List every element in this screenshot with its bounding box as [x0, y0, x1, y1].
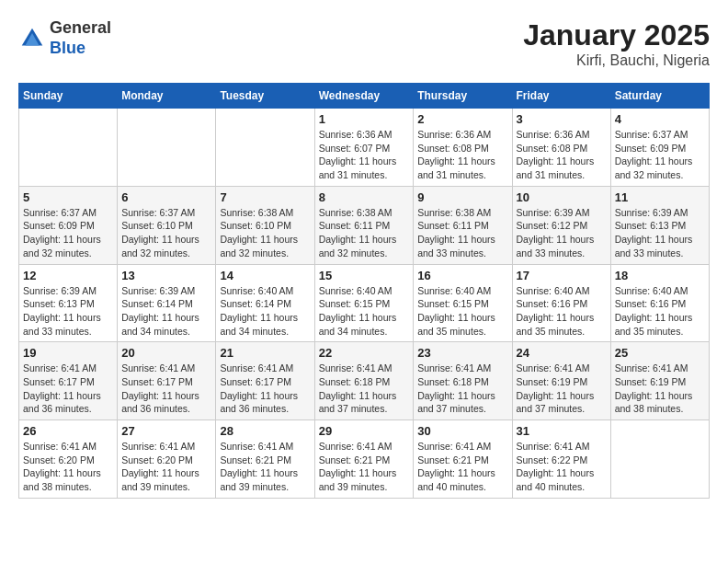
- day-number: 12: [23, 269, 113, 282]
- calendar-cell: 25Sunrise: 6:41 AMSunset: 6:19 PMDayligh…: [610, 342, 709, 420]
- weekday-header-row: SundayMondayTuesdayWednesdayThursdayFrid…: [19, 84, 710, 109]
- cell-info: Sunrise: 6:38 AMSunset: 6:10 PMDaylight:…: [220, 207, 298, 259]
- logo-icon: [18, 25, 46, 52]
- cell-info: Sunrise: 6:37 AMSunset: 6:09 PMDaylight:…: [615, 129, 693, 180]
- cell-info: Sunrise: 6:36 AMSunset: 6:08 PMDaylight:…: [517, 129, 595, 180]
- calendar-cell: 17Sunrise: 6:40 AMSunset: 6:16 PMDayligh…: [512, 264, 610, 342]
- cell-info: Sunrise: 6:40 AMSunset: 6:16 PMDaylight:…: [615, 285, 693, 337]
- day-number: 26: [23, 424, 113, 438]
- day-number: 29: [319, 424, 410, 438]
- calendar-table: SundayMondayTuesdayWednesdayThursdayFrid…: [18, 83, 710, 499]
- calendar-cell: 5Sunrise: 6:37 AMSunset: 6:09 PMDaylight…: [19, 186, 118, 264]
- calendar-cell: 29Sunrise: 6:41 AMSunset: 6:21 PMDayligh…: [314, 420, 414, 499]
- cell-info: Sunrise: 6:40 AMSunset: 6:16 PMDaylight:…: [517, 285, 595, 337]
- calendar-week-4: 19Sunrise: 6:41 AMSunset: 6:17 PMDayligh…: [19, 342, 710, 420]
- weekday-header-saturday: Saturday: [610, 84, 709, 109]
- calendar-cell: 22Sunrise: 6:41 AMSunset: 6:18 PMDayligh…: [314, 342, 414, 420]
- calendar-cell: 4Sunrise: 6:37 AMSunset: 6:09 PMDaylight…: [610, 109, 709, 187]
- calendar-cell: 26Sunrise: 6:41 AMSunset: 6:20 PMDayligh…: [19, 420, 118, 499]
- calendar-cell: 12Sunrise: 6:39 AMSunset: 6:13 PMDayligh…: [19, 264, 118, 342]
- cell-info: Sunrise: 6:41 AMSunset: 6:21 PMDaylight:…: [319, 441, 397, 492]
- day-number: 23: [417, 346, 507, 360]
- calendar-cell: 6Sunrise: 6:37 AMSunset: 6:10 PMDaylight…: [118, 186, 216, 264]
- weekday-header-thursday: Thursday: [414, 84, 512, 109]
- day-number: 22: [319, 346, 410, 360]
- cell-info: Sunrise: 6:36 AMSunset: 6:08 PMDaylight:…: [417, 129, 495, 180]
- cell-info: Sunrise: 6:39 AMSunset: 6:13 PMDaylight:…: [23, 285, 101, 337]
- calendar-cell: [610, 420, 709, 499]
- page-header: General Blue January 2025 Kirfi, Bauchi,…: [18, 18, 710, 69]
- weekday-header-wednesday: Wednesday: [314, 84, 414, 109]
- cell-info: Sunrise: 6:41 AMSunset: 6:19 PMDaylight:…: [615, 362, 693, 414]
- cell-info: Sunrise: 6:36 AMSunset: 6:07 PMDaylight:…: [319, 129, 397, 180]
- cell-info: Sunrise: 6:41 AMSunset: 6:18 PMDaylight:…: [319, 362, 397, 414]
- day-number: 20: [121, 346, 211, 360]
- calendar-cell: 24Sunrise: 6:41 AMSunset: 6:19 PMDayligh…: [512, 342, 610, 420]
- day-number: 21: [220, 346, 310, 360]
- calendar-cell: 9Sunrise: 6:38 AMSunset: 6:11 PMDaylight…: [414, 186, 512, 264]
- day-number: 9: [417, 190, 507, 204]
- calendar-week-3: 12Sunrise: 6:39 AMSunset: 6:13 PMDayligh…: [19, 264, 710, 342]
- cell-info: Sunrise: 6:39 AMSunset: 6:14 PMDaylight:…: [121, 285, 199, 337]
- calendar-cell: 7Sunrise: 6:38 AMSunset: 6:10 PMDaylight…: [216, 186, 314, 264]
- cell-info: Sunrise: 6:37 AMSunset: 6:09 PMDaylight:…: [23, 207, 101, 259]
- day-number: 11: [615, 190, 705, 204]
- day-number: 14: [220, 269, 310, 282]
- page-title: January 2025: [523, 18, 710, 52]
- cell-info: Sunrise: 6:41 AMSunset: 6:20 PMDaylight:…: [23, 441, 101, 492]
- weekday-header-sunday: Sunday: [19, 84, 118, 109]
- cell-info: Sunrise: 6:41 AMSunset: 6:17 PMDaylight:…: [121, 362, 199, 414]
- calendar-cell: 19Sunrise: 6:41 AMSunset: 6:17 PMDayligh…: [19, 342, 118, 420]
- calendar-cell: 14Sunrise: 6:40 AMSunset: 6:14 PMDayligh…: [216, 264, 314, 342]
- day-number: 8: [319, 190, 410, 204]
- cell-info: Sunrise: 6:38 AMSunset: 6:11 PMDaylight:…: [319, 207, 397, 259]
- day-number: 15: [319, 269, 410, 282]
- calendar-cell: 15Sunrise: 6:40 AMSunset: 6:15 PMDayligh…: [314, 264, 414, 342]
- cell-info: Sunrise: 6:39 AMSunset: 6:13 PMDaylight:…: [615, 207, 693, 259]
- calendar-cell: 31Sunrise: 6:41 AMSunset: 6:22 PMDayligh…: [512, 420, 610, 499]
- weekday-header-tuesday: Tuesday: [216, 84, 314, 109]
- weekday-header-monday: Monday: [118, 84, 216, 109]
- calendar-cell: 18Sunrise: 6:40 AMSunset: 6:16 PMDayligh…: [610, 264, 709, 342]
- logo: General Blue: [18, 18, 111, 58]
- cell-info: Sunrise: 6:38 AMSunset: 6:11 PMDaylight:…: [417, 207, 495, 259]
- calendar-cell: 20Sunrise: 6:41 AMSunset: 6:17 PMDayligh…: [118, 342, 216, 420]
- day-number: 10: [517, 190, 607, 204]
- calendar-cell: 2Sunrise: 6:36 AMSunset: 6:08 PMDaylight…: [414, 109, 512, 187]
- cell-info: Sunrise: 6:40 AMSunset: 6:15 PMDaylight:…: [319, 285, 397, 337]
- cell-info: Sunrise: 6:41 AMSunset: 6:19 PMDaylight:…: [517, 362, 595, 414]
- cell-info: Sunrise: 6:40 AMSunset: 6:15 PMDaylight:…: [417, 285, 495, 337]
- calendar-cell: 21Sunrise: 6:41 AMSunset: 6:17 PMDayligh…: [216, 342, 314, 420]
- weekday-header-friday: Friday: [512, 84, 610, 109]
- day-number: 28: [220, 424, 310, 438]
- day-number: 18: [615, 269, 705, 282]
- calendar-cell: [216, 109, 314, 187]
- calendar-cell: 10Sunrise: 6:39 AMSunset: 6:12 PMDayligh…: [512, 186, 610, 264]
- cell-info: Sunrise: 6:37 AMSunset: 6:10 PMDaylight:…: [121, 207, 199, 259]
- calendar-cell: [118, 109, 216, 187]
- logo-text: General Blue: [50, 18, 111, 58]
- cell-info: Sunrise: 6:40 AMSunset: 6:14 PMDaylight:…: [220, 285, 298, 337]
- calendar-week-5: 26Sunrise: 6:41 AMSunset: 6:20 PMDayligh…: [19, 420, 710, 499]
- day-number: 30: [417, 424, 507, 438]
- calendar-cell: 23Sunrise: 6:41 AMSunset: 6:18 PMDayligh…: [414, 342, 512, 420]
- cell-info: Sunrise: 6:41 AMSunset: 6:17 PMDaylight:…: [23, 362, 101, 414]
- day-number: 24: [517, 346, 607, 360]
- cell-info: Sunrise: 6:39 AMSunset: 6:12 PMDaylight:…: [517, 207, 595, 259]
- calendar-cell: 1Sunrise: 6:36 AMSunset: 6:07 PMDaylight…: [314, 109, 414, 187]
- calendar-cell: 28Sunrise: 6:41 AMSunset: 6:21 PMDayligh…: [216, 420, 314, 499]
- day-number: 31: [517, 424, 607, 438]
- cell-info: Sunrise: 6:41 AMSunset: 6:22 PMDaylight:…: [517, 441, 595, 492]
- cell-info: Sunrise: 6:41 AMSunset: 6:17 PMDaylight:…: [220, 362, 298, 414]
- cell-info: Sunrise: 6:41 AMSunset: 6:21 PMDaylight:…: [220, 441, 298, 492]
- day-number: 19: [23, 346, 113, 360]
- day-number: 5: [23, 190, 113, 204]
- day-number: 27: [121, 424, 211, 438]
- day-number: 2: [417, 112, 507, 126]
- cell-info: Sunrise: 6:41 AMSunset: 6:20 PMDaylight:…: [121, 441, 199, 492]
- calendar-cell: 8Sunrise: 6:38 AMSunset: 6:11 PMDaylight…: [314, 186, 414, 264]
- day-number: 6: [121, 190, 211, 204]
- calendar-cell: 30Sunrise: 6:41 AMSunset: 6:21 PMDayligh…: [414, 420, 512, 499]
- day-number: 4: [615, 112, 705, 126]
- calendar-cell: [19, 109, 118, 187]
